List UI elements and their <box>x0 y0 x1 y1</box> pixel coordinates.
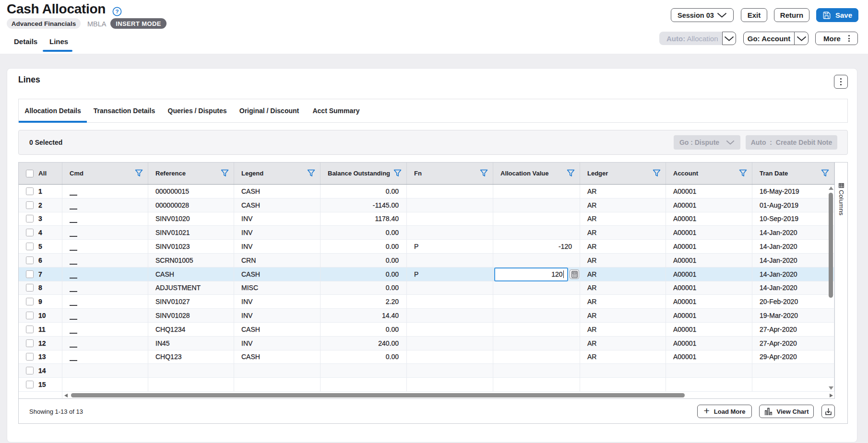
svg-text:?: ? <box>115 9 119 14</box>
